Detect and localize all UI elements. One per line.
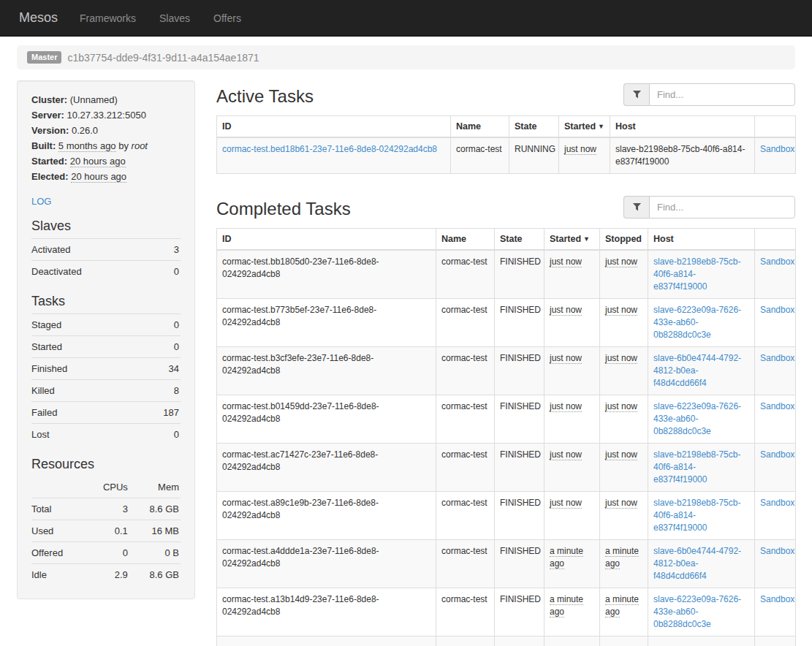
column-header-state[interactable]: State	[495, 229, 545, 251]
column-header-stopped[interactable]: Stopped	[600, 229, 648, 251]
navbar: Mesos FrameworksSlavesOffers	[0, 0, 812, 37]
master-badge: Master	[27, 51, 61, 64]
task-sandbox-cell: Sandbox	[755, 250, 796, 299]
resource-mem: 8.6 GB	[129, 498, 181, 520]
column-header-state[interactable]: State	[509, 116, 559, 138]
task-started-time: just now	[550, 449, 582, 460]
task-host-cell: slave-b2198eb8-75cb-40f6-a814-e837f4f190…	[648, 444, 755, 492]
task-id-cell: cormac-test.bed18b61-23e7-11e6-8de8-0242…	[217, 137, 451, 174]
resources-heading: Resources	[31, 457, 181, 472]
task-started-time: a minute ago	[550, 546, 583, 569]
slave-host-link[interactable]: slave-b2198eb8-75cb-40f6-a814-e837f4f190…	[653, 256, 740, 292]
task-sandbox-cell: Sandbox	[755, 137, 796, 174]
resources-row: Total38.6 GB	[31, 498, 181, 520]
column-header-actions[interactable]	[755, 229, 796, 251]
task-stopped-time: just now	[605, 449, 637, 460]
task-started-time: just now	[550, 305, 582, 316]
navbar-brand[interactable]: Mesos	[12, 10, 68, 26]
sandbox-link[interactable]: Sandbox	[760, 449, 794, 460]
navbar-link-slaves[interactable]: Slaves	[148, 1, 202, 35]
task-name-cell: cormac-test	[436, 347, 495, 395]
column-header-name[interactable]: Name	[436, 229, 495, 251]
slave-host-link[interactable]: slave-6b0e4744-4792-4812-b0ea-f48d4cdd66…	[653, 353, 741, 388]
task-host-cell: slave-6b0e4744-4792-4812-b0ea-f48d4cdd66…	[648, 540, 755, 588]
column-header-name[interactable]: Name	[451, 116, 509, 138]
task-id-cell: cormac-test.a13b14d9-23e7-11e6-8de8-0242…	[217, 588, 436, 636]
sandbox-link[interactable]: Sandbox	[760, 353, 794, 363]
resource-label: Used	[31, 520, 86, 542]
sandbox-link[interactable]: Sandbox	[760, 256, 794, 267]
info-label: Version:	[31, 125, 72, 136]
column-header-host[interactable]: Host	[648, 229, 755, 251]
sandbox-link[interactable]: Sandbox	[760, 144, 794, 154]
master-id: c1b37754-dde9-4f31-9d11-a4a154ae1871	[67, 52, 259, 64]
task-started-cell: just now	[545, 347, 600, 395]
sandbox-link[interactable]: Sandbox	[760, 498, 794, 508]
log-link[interactable]: LOG	[31, 196, 51, 207]
completed-tasks-find-group	[623, 196, 795, 218]
info-value: (Unnamed)	[70, 94, 118, 105]
active-task-row: cormac-test.bed18b61-23e7-11e6-8de8-0242…	[217, 137, 796, 174]
cluster-info-line: Version: 0.26.0	[31, 123, 181, 138]
task-stopped-cell: just now	[600, 492, 648, 540]
column-header-id[interactable]: ID	[217, 116, 451, 138]
sandbox-link[interactable]: Sandbox	[760, 305, 794, 315]
resource-cpus: 3	[86, 498, 129, 520]
stat-value: 0	[133, 314, 181, 336]
task-stopped-time: just now	[605, 256, 637, 267]
completed-task-row: cormac-test.a89c1e9b-23e7-11e6-8de8-0242…	[217, 492, 796, 540]
column-header-actions[interactable]	[755, 116, 796, 138]
slave-host-link[interactable]: slave-b2198eb8-75cb-40f6-a814-e837f4f190…	[653, 498, 740, 533]
column-header-started[interactable]: Started▼	[545, 229, 600, 251]
completed-task-row-partial	[217, 636, 796, 646]
stat-label: Staged	[31, 314, 133, 336]
active-tasks-find-input[interactable]	[649, 83, 795, 106]
column-header-id[interactable]: ID	[217, 229, 436, 251]
navbar-link-frameworks[interactable]: Frameworks	[68, 1, 148, 35]
slave-host-link[interactable]: slave-6223e09a-7626-433e-ab60-0b8288dc0c…	[653, 594, 741, 629]
task-stopped-cell: a minute ago	[600, 588, 648, 636]
tasks-stat-row: Finished34	[31, 358, 181, 380]
stat-value: 8	[133, 380, 181, 402]
slave-host-link[interactable]: slave-6223e09a-7626-433e-ab60-0b8288dc0c…	[653, 401, 741, 436]
completed-task-row: cormac-test.b01459dd-23e7-11e6-8de8-0242…	[217, 395, 796, 444]
task-started-cell: just now	[545, 395, 600, 444]
task-stopped-cell: just now	[600, 250, 648, 299]
slave-host-link[interactable]: slave-b2198eb8-75cb-40f6-a814-e837f4f190…	[653, 449, 740, 484]
info-value: 10.27.33.212:5050	[67, 110, 145, 121]
column-header-host[interactable]: Host	[610, 116, 755, 138]
stat-value: 34	[133, 358, 181, 380]
cluster-info-line: Cluster: (Unnamed)	[31, 92, 181, 107]
task-name-cell: cormac-test	[436, 492, 495, 540]
task-stopped-time: a minute ago	[605, 546, 639, 569]
completed-task-row: cormac-test.a4ddde1a-23e7-11e6-8de8-0242…	[217, 540, 796, 588]
sidebar: Cluster: (Unnamed)Server: 10.27.33.212:5…	[17, 80, 195, 646]
slave-host-link[interactable]: slave-6b0e4744-4792-4812-b0ea-f48d4cdd66…	[653, 546, 741, 581]
sandbox-link[interactable]: Sandbox	[760, 401, 794, 411]
info-value-em: root	[132, 140, 148, 151]
cluster-info-line: Elected: 20 hours ago	[31, 169, 181, 184]
sandbox-link[interactable]: Sandbox	[760, 594, 794, 604]
active-tasks-find-group	[623, 83, 795, 106]
column-header-started[interactable]: Started▼	[559, 116, 610, 138]
navbar-link-offers[interactable]: Offers	[202, 1, 253, 35]
task-sandbox-cell: Sandbox	[755, 395, 796, 444]
completed-task-row: cormac-test.b3cf3efe-23e7-11e6-8de8-0242…	[217, 347, 796, 395]
stat-label: Deactivated	[31, 261, 163, 283]
completed-tasks-find-input[interactable]	[649, 196, 795, 218]
resource-label: Total	[31, 498, 86, 520]
task-host-cell: slave-b2198eb8-75cb-40f6-a814-e837f4f190…	[610, 137, 755, 174]
task-started-time: just now	[550, 256, 582, 267]
navbar-item-slaves: Slaves	[148, 1, 202, 35]
sandbox-link[interactable]: Sandbox	[760, 546, 794, 556]
task-started-time: a minute ago	[550, 594, 583, 618]
stat-value: 187	[133, 402, 181, 424]
task-id-link[interactable]: cormac-test.bed18b61-23e7-11e6-8de8-0242…	[222, 144, 437, 154]
slave-host-link[interactable]: slave-6223e09a-7626-433e-ab60-0b8288dc0c…	[653, 305, 741, 340]
task-stopped-time: just now	[605, 401, 637, 412]
task-stopped-time: a minute ago	[605, 594, 639, 618]
task-stopped-cell: just now	[600, 347, 648, 395]
info-label: Built:	[31, 140, 58, 151]
cluster-info: Cluster: (Unnamed)Server: 10.27.33.212:5…	[31, 92, 181, 184]
tasks-heading: Tasks	[31, 294, 181, 309]
